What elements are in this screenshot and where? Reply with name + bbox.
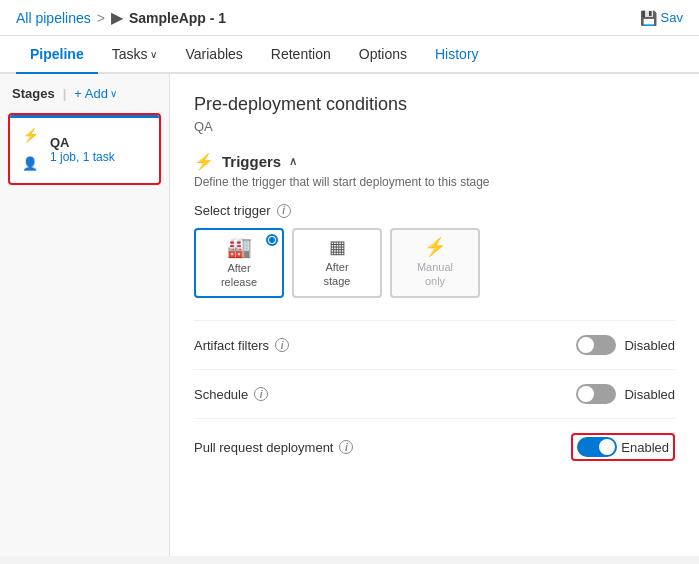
stage-meta: 1 job, 1 task [50, 150, 151, 164]
stage-trigger-icon: ⚡ [18, 123, 42, 147]
pipeline-name: SampleApp - 1 [129, 10, 226, 26]
breadcrumb-sep: > [97, 10, 105, 26]
stage-card-qa[interactable]: ⚡ 👤 QA 1 job, 1 task [8, 113, 161, 185]
chevron-down-icon: ∨ [110, 88, 117, 99]
schedule-toggle[interactable] [576, 384, 616, 404]
sidebar-header: Stages | + Add ∨ [8, 86, 161, 101]
trigger-manual-label: Manualonly [417, 260, 453, 289]
tab-history[interactable]: History [421, 36, 493, 74]
triggers-section-header: ⚡ Triggers ∧ [194, 152, 675, 171]
artifact-filters-toggle[interactable] [576, 335, 616, 355]
trigger-release-icon: 🏭 [227, 237, 252, 257]
triggers-icon: ⚡ [194, 152, 214, 171]
trigger-release-label: Afterrelease [221, 261, 257, 290]
schedule-state: Disabled [624, 387, 675, 402]
trigger-after-release[interactable]: 🏭 Afterrelease [194, 228, 284, 298]
trigger-info-icon[interactable]: i [277, 204, 291, 218]
stage-name: QA [50, 135, 151, 150]
pull-request-toggle[interactable] [577, 437, 617, 457]
stage-progress-bar [10, 115, 159, 118]
artifact-filters-info-icon[interactable]: i [275, 338, 289, 352]
trigger-label: Select trigger i [194, 203, 675, 218]
pull-request-state: Enabled [621, 440, 669, 455]
save-icon: 💾 [640, 10, 657, 26]
schedule-row: Schedule i Disabled [194, 369, 675, 418]
add-stage-button[interactable]: + Add ∨ [74, 86, 117, 101]
artifact-filters-toggle-container: Disabled [576, 335, 675, 355]
app-icon: ▶ [111, 8, 123, 27]
trigger-options: 🏭 Afterrelease ▦ Afterstage ⚡ Manualonly [194, 228, 675, 298]
tab-tasks[interactable]: Tasks ∨ [98, 36, 172, 74]
schedule-label: Schedule i [194, 387, 268, 402]
nav-tabs: Pipeline Tasks ∨ Variables Retention Opt… [0, 36, 699, 74]
pull-request-info-icon[interactable]: i [339, 440, 353, 454]
trigger-stage-label: Afterstage [324, 260, 351, 289]
stage-info: QA 1 job, 1 task [50, 135, 151, 164]
all-pipelines-link[interactable]: All pipelines [16, 10, 91, 26]
tab-pipeline[interactable]: Pipeline [16, 36, 98, 74]
toggle-thumb [578, 386, 594, 402]
schedule-toggle-container: Disabled [576, 384, 675, 404]
trigger-manual-icon: ⚡ [424, 238, 446, 256]
artifact-filters-state: Disabled [624, 338, 675, 353]
radio-dot [266, 234, 278, 246]
sidebar: Stages | + Add ∨ ⚡ 👤 QA 1 job, 1 task [0, 74, 170, 556]
trigger-after-stage[interactable]: ▦ Afterstage [292, 228, 382, 298]
pull-request-row: Pull request deployment i Enabled [194, 418, 675, 475]
main-layout: Stages | + Add ∨ ⚡ 👤 QA 1 job, 1 task Pr… [0, 74, 699, 556]
stages-label: Stages [12, 86, 55, 101]
triggers-desc: Define the trigger that will start deplo… [194, 175, 675, 189]
toggle-thumb [599, 439, 615, 455]
panel-title: Pre-deployment conditions [194, 94, 675, 115]
stage-icons: ⚡ 👤 [18, 123, 42, 175]
trigger-manual-only[interactable]: ⚡ Manualonly [390, 228, 480, 298]
tab-options[interactable]: Options [345, 36, 421, 74]
chevron-up-icon: ∧ [289, 155, 297, 168]
panel-subtitle: QA [194, 119, 675, 134]
breadcrumb: All pipelines > ▶ SampleApp - 1 [16, 8, 226, 27]
top-bar: All pipelines > ▶ SampleApp - 1 💾 Sav [0, 0, 699, 36]
tab-retention[interactable]: Retention [257, 36, 345, 74]
triggers-title: Triggers [222, 153, 281, 170]
tab-variables[interactable]: Variables [171, 36, 256, 74]
chevron-down-icon: ∨ [150, 49, 157, 60]
content-panel: Pre-deployment conditions QA ⚡ Triggers … [170, 74, 699, 556]
artifact-filters-label: Artifact filters i [194, 338, 289, 353]
save-button[interactable]: 💾 Sav [640, 10, 683, 26]
toggle-thumb [578, 337, 594, 353]
pull-request-label: Pull request deployment i [194, 440, 353, 455]
trigger-stage-icon: ▦ [329, 238, 346, 256]
pull-request-toggle-container: Enabled [571, 433, 675, 461]
schedule-info-icon[interactable]: i [254, 387, 268, 401]
stage-person-icon: 👤 [18, 151, 42, 175]
artifact-filters-row: Artifact filters i Disabled [194, 320, 675, 369]
